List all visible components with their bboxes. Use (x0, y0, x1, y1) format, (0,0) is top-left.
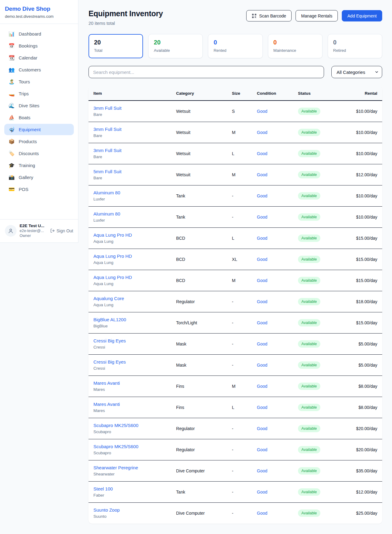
column-header-item: Item (89, 86, 174, 101)
condition-link[interactable]: Good (257, 215, 267, 219)
table-row[interactable]: Scubapro MK25/S600 Scubapro Regulator - … (89, 418, 382, 439)
sidebar-item-equipment[interactable]: 🤿 Equipment (4, 124, 74, 135)
sidebar-item-trips[interactable]: 🚤 Trips (4, 88, 74, 99)
status-badge: Available (298, 235, 320, 242)
sign-out-button[interactable]: Sign Out (50, 228, 73, 233)
item-name-link[interactable]: Aqua Lung Pro HD (93, 232, 132, 238)
item-name-link[interactable]: Scubapro MK25/S600 (93, 444, 138, 449)
item-name-link[interactable]: 5mm Full Suit (93, 169, 122, 174)
item-brand: Cressi (93, 345, 171, 349)
status-badge: Available (298, 446, 320, 453)
stat-card-rented[interactable]: 0 Rented (208, 34, 262, 58)
item-name-link[interactable]: 3mm Full Suit (93, 127, 122, 132)
sidebar-item-bookings[interactable]: 📅 Bookings (4, 40, 74, 51)
item-name-link[interactable]: BigBlue AL1200 (93, 317, 126, 322)
table-row[interactable]: Aluminum 80 Luxfer Tank - Good Available… (89, 185, 382, 206)
stat-card-maintenance[interactable]: 0 Maintenance (268, 34, 322, 58)
sidebar-item-products[interactable]: 📦 Products (4, 136, 74, 147)
table-row[interactable]: Steel 100 Faber Tank - Good Available $1… (89, 481, 382, 502)
condition-link[interactable]: Good (257, 363, 267, 368)
item-size: - (229, 333, 254, 354)
item-name-link[interactable]: Suunto Zoop (93, 507, 120, 513)
item-category: Regulator (174, 418, 229, 439)
condition-link[interactable]: Good (257, 320, 267, 325)
condition-link[interactable]: Good (257, 426, 267, 431)
rental-rate: $15.00/day (341, 270, 382, 291)
condition-link[interactable]: Good (257, 109, 267, 114)
item-name-link[interactable]: 3mm Full Suit (93, 148, 122, 153)
condition-link[interactable]: Good (257, 299, 267, 304)
item-name-link[interactable]: Shearwater Peregrine (93, 465, 138, 470)
condition-link[interactable]: Good (257, 151, 267, 156)
header-actions: Scan Barcode Manage Rentals Add Equipmen… (246, 10, 382, 21)
table-row[interactable]: Aqua Lung Pro HD Aqua Lung BCD M Good Av… (89, 270, 382, 291)
table-row[interactable]: 3mm Full Suit Bare Wetsuit L Good Availa… (89, 143, 382, 164)
sidebar-item-boats[interactable]: ⛵ Boats (4, 112, 74, 123)
search-input[interactable] (89, 66, 324, 78)
status-badge: Available (298, 256, 320, 263)
table-row[interactable]: Mares Avanti Mares Fins M Good Available… (89, 376, 382, 397)
stat-card-retired[interactable]: 0 Retired (328, 34, 382, 58)
sidebar-item-discounts[interactable]: 🏷️ Discounts (4, 148, 74, 159)
sidebar-item-dive-sites[interactable]: 🌊 Dive Sites (4, 100, 74, 111)
table-row[interactable]: Aqualung Core Aqua Lung Regulator - Good… (89, 291, 382, 312)
scan-barcode-button[interactable]: Scan Barcode (246, 10, 292, 21)
table-row[interactable]: Aluminum 80 Luxfer Tank - Good Available… (89, 206, 382, 227)
item-name-link[interactable]: Cressi Big Eyes (93, 359, 126, 364)
condition-link[interactable]: Good (257, 278, 267, 283)
item-name-link[interactable]: Aluminum 80 (93, 190, 120, 195)
condition-link[interactable]: Good (257, 172, 267, 177)
item-name-link[interactable]: Aqualung Core (93, 296, 124, 301)
item-name-link[interactable]: Aluminum 80 (93, 211, 120, 216)
item-name-link[interactable]: Aqua Lung Pro HD (93, 254, 132, 259)
condition-link[interactable]: Good (257, 511, 267, 516)
item-category: Dive Computer (174, 460, 229, 481)
item-name-link[interactable]: Steel 100 (93, 486, 113, 491)
condition-link[interactable]: Good (257, 193, 267, 198)
table-row[interactable]: Scubapro MK25/S600 Scubapro Regulator - … (89, 439, 382, 460)
sidebar-item-dashboard[interactable]: 📊 Dashboard (4, 28, 74, 40)
item-name-link[interactable]: Scubapro MK25/S600 (93, 423, 138, 428)
table-row[interactable]: 3mm Full Suit Bare Wetsuit S Good Availa… (89, 101, 382, 122)
condition-link[interactable]: Good (257, 257, 267, 262)
item-category: Wetsuit (174, 101, 229, 122)
table-row[interactable]: Shearwater Peregrine Shearwater Dive Com… (89, 460, 382, 481)
table-row[interactable]: Suunto Zoop Suunto Dive Computer - Good … (89, 502, 382, 524)
sidebar-item-gallery[interactable]: 📸 Gallery (4, 172, 74, 183)
manage-rentals-button[interactable]: Manage Rentals (296, 10, 338, 21)
table-row[interactable]: Aqua Lung Pro HD Aqua Lung BCD L Good Av… (89, 227, 382, 249)
condition-link[interactable]: Good (257, 384, 267, 389)
page-header: Equipment Inventory 20 items total Scan … (89, 9, 382, 26)
item-name-link[interactable]: Mares Avanti (93, 380, 120, 386)
table-row[interactable]: 5mm Full Suit Bare Wetsuit M Good Availa… (89, 164, 382, 185)
condition-link[interactable]: Good (257, 405, 267, 410)
condition-link[interactable]: Good (257, 130, 267, 135)
sidebar-item-training[interactable]: 🎓 Training (4, 160, 74, 171)
table-row[interactable]: Cressi Big Eyes Cressi Mask - Good Avail… (89, 333, 382, 354)
stat-card-total[interactable]: 20 Total (89, 34, 143, 58)
sidebar-item-tours[interactable]: 🏝️ Tours (4, 76, 74, 87)
sidebar-item-calendar[interactable]: 📆 Calendar (4, 52, 74, 63)
item-name-link[interactable]: Aqua Lung Pro HD (93, 275, 132, 280)
item-name-link[interactable]: 3mm Full Suit (93, 105, 122, 111)
condition-link[interactable]: Good (257, 341, 267, 346)
table-row[interactable]: Aqua Lung Pro HD Aqua Lung BCD XL Good A… (89, 249, 382, 270)
table-row[interactable]: 3mm Full Suit Bare Wetsuit M Good Availa… (89, 122, 382, 143)
stat-card-available[interactable]: 20 Available (148, 34, 203, 58)
table-row[interactable]: BigBlue AL1200 BigBlue Torch/Light - Goo… (89, 312, 382, 333)
item-name-link[interactable]: Cressi Big Eyes (93, 338, 126, 343)
condition-link[interactable]: Good (257, 447, 267, 452)
sidebar-item-customers[interactable]: 👥 Customers (4, 64, 74, 75)
sidebar-item-pos[interactable]: 💳 POS (4, 184, 74, 195)
item-size: S (229, 101, 254, 122)
category-select[interactable]: All Categories (331, 66, 382, 78)
condition-link[interactable]: Good (257, 490, 267, 494)
item-size: - (229, 418, 254, 439)
table-row[interactable]: Cressi Big Eyes Cressi Mask - Good Avail… (89, 354, 382, 376)
item-name-link[interactable]: Mares Avanti (93, 402, 120, 407)
add-equipment-button[interactable]: Add Equipment (342, 10, 382, 21)
condition-link[interactable]: Good (257, 468, 267, 473)
table-row[interactable]: Mares Avanti Mares Fins L Good Available… (89, 397, 382, 418)
avatar (5, 225, 17, 237)
condition-link[interactable]: Good (257, 236, 267, 241)
